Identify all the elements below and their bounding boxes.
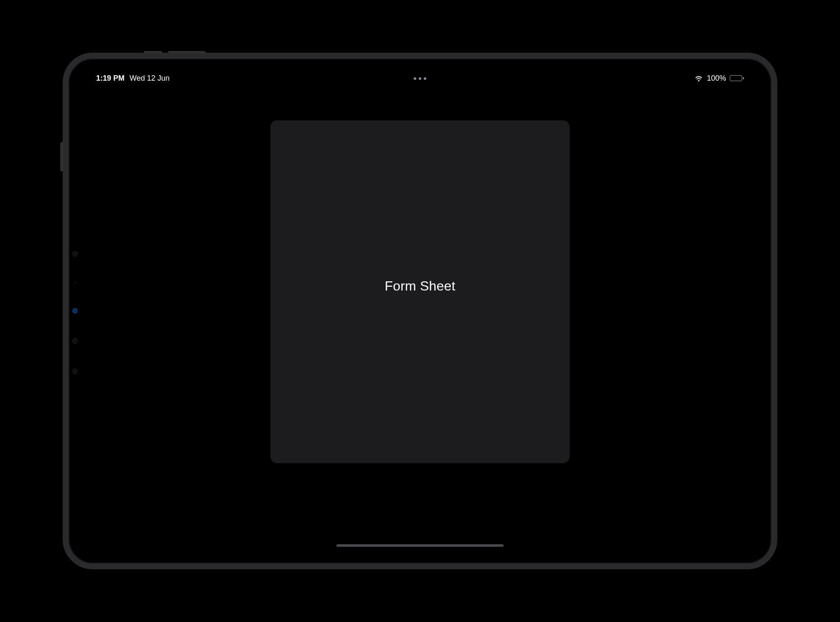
ipad-device-frame: 1:19 PM Wed 12 Jun 100% — [63, 53, 777, 569]
battery-icon — [730, 75, 744, 81]
form-sheet-modal[interactable]: Form Sheet — [270, 120, 570, 463]
battery-percent: 100% — [707, 74, 726, 83]
sensor-dot — [74, 281, 76, 284]
status-time: 1:19 PM — [96, 74, 125, 83]
device-sensor-cluster — [72, 251, 78, 375]
sensor-dot — [72, 251, 78, 257]
home-indicator[interactable] — [336, 544, 504, 547]
device-volume-button — [168, 51, 206, 54]
ellipsis-dot-icon — [424, 77, 426, 80]
sensor-dot — [72, 338, 78, 344]
device-volume-button — [144, 51, 162, 54]
wifi-icon — [694, 74, 703, 83]
ellipsis-dot-icon — [414, 77, 416, 80]
screen: 1:19 PM Wed 12 Jun 100% — [80, 70, 760, 552]
status-date: Wed 12 Jun — [130, 74, 170, 83]
sensor-dot — [72, 368, 78, 375]
form-sheet-title: Form Sheet — [384, 278, 455, 294]
front-camera — [72, 308, 78, 314]
status-bar-left: 1:19 PM Wed 12 Jun — [96, 74, 170, 83]
ellipsis-dot-icon — [419, 77, 421, 80]
status-bar: 1:19 PM Wed 12 Jun 100% — [80, 70, 760, 86]
device-power-button — [60, 142, 64, 171]
multitasking-indicator[interactable] — [414, 76, 426, 80]
status-bar-right: 100% — [694, 74, 744, 83]
